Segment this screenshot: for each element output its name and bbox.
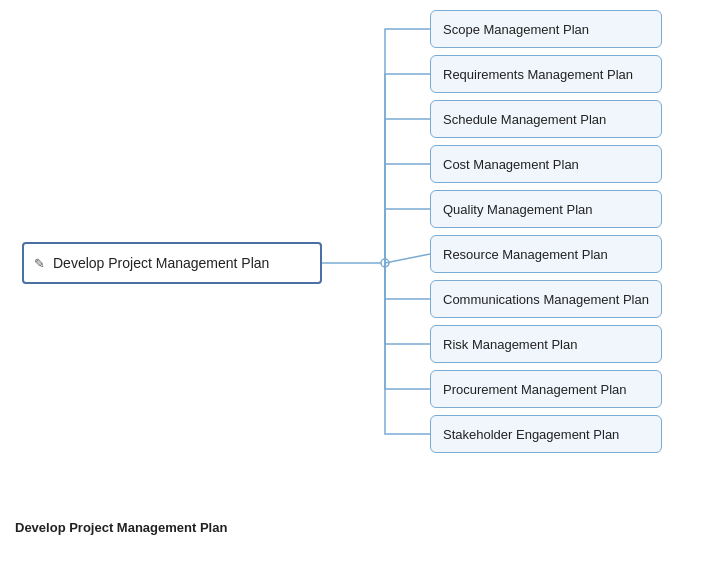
svg-line-2 xyxy=(385,254,430,263)
mind-map-diagram: ✎ Develop Project Management Plan Scope … xyxy=(0,0,727,545)
node-procurement: Procurement Management Plan xyxy=(430,370,662,408)
node-schedule: Schedule Management Plan xyxy=(430,100,662,138)
center-node: ✎ Develop Project Management Plan xyxy=(22,242,322,284)
node-cost: Cost Management Plan xyxy=(430,145,662,183)
node-scope: Scope Management Plan xyxy=(430,10,662,48)
node-quality: Quality Management Plan xyxy=(430,190,662,228)
node-requirements: Requirements Management Plan xyxy=(430,55,662,93)
node-risk: Risk Management Plan xyxy=(430,325,662,363)
branch-nodes-container: Scope Management Plan Requirements Manag… xyxy=(430,10,662,453)
footer-label: Develop Project Management Plan xyxy=(15,520,227,535)
center-node-label: Develop Project Management Plan xyxy=(53,255,269,271)
node-stakeholder: Stakeholder Engagement Plan xyxy=(430,415,662,453)
node-communications: Communications Management Plan xyxy=(430,280,662,318)
node-resource: Resource Management Plan xyxy=(430,235,662,273)
pencil-icon: ✎ xyxy=(34,256,45,271)
svg-point-1 xyxy=(381,259,389,267)
